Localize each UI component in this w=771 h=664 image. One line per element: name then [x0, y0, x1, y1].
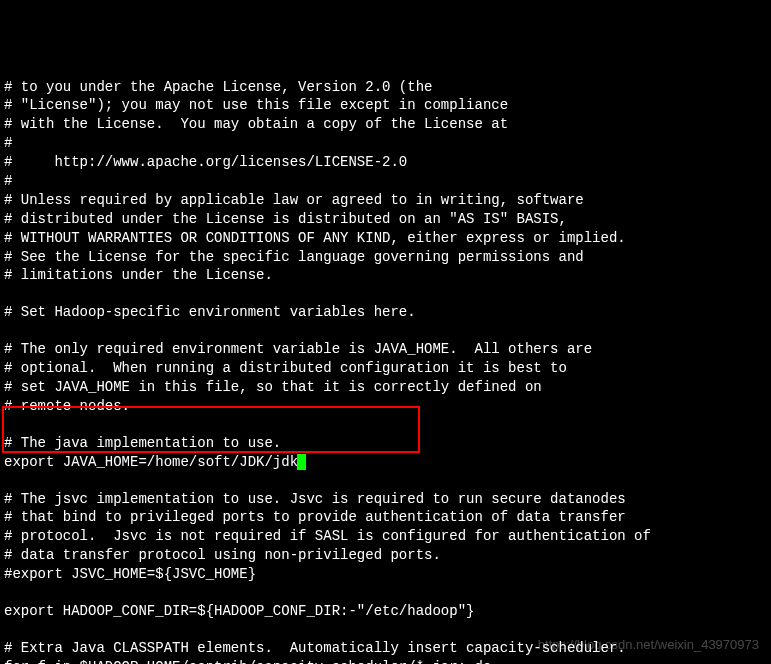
editor-line: # protocol. Jsvc is not required if SASL…: [4, 527, 767, 546]
editor-line: # Unless required by applicable law or a…: [4, 191, 767, 210]
editor-line: [4, 621, 767, 639]
editor-line: # distributed under the License is distr…: [4, 210, 767, 229]
editor-line: export HADOOP_CONF_DIR=${HADOOP_CONF_DIR…: [4, 602, 767, 621]
text-cursor: [297, 454, 306, 470]
editor-line: # The java implementation to use.: [4, 434, 767, 453]
editor-line: # Extra Java CLASSPATH elements. Automat…: [4, 639, 767, 658]
editor-line: [4, 285, 767, 303]
editor-line: for f in $HADOOP_HOME/contrib/capacity-s…: [4, 658, 767, 664]
editor-line: # The only required environment variable…: [4, 340, 767, 359]
editor-line: # optional. When running a distributed c…: [4, 359, 767, 378]
editor-line: # with the License. You may obtain a cop…: [4, 115, 767, 134]
editor-line: export JAVA_HOME=/home/soft/JDK/jdk: [4, 453, 767, 472]
editor-line: [4, 584, 767, 602]
editor-line: # set JAVA_HOME in this file, so that it…: [4, 378, 767, 397]
editor-line: # http://www.apache.org/licenses/LICENSE…: [4, 153, 767, 172]
editor-line: # limitations under the License.: [4, 266, 767, 285]
editor-line: #: [4, 134, 767, 153]
editor-line: # that bind to privileged ports to provi…: [4, 508, 767, 527]
editor-line: #: [4, 172, 767, 191]
editor-line: [4, 416, 767, 434]
editor-line: # data transfer protocol using non-privi…: [4, 546, 767, 565]
editor-line: # WITHOUT WARRANTIES OR CONDITIONS OF AN…: [4, 229, 767, 248]
editor-line: #export JSVC_HOME=${JSVC_HOME}: [4, 565, 767, 584]
editor-line: # Set Hadoop-specific environment variab…: [4, 303, 767, 322]
editor-line: # remote nodes.: [4, 397, 767, 416]
editor-line: [4, 472, 767, 490]
editor-line: [4, 322, 767, 340]
terminal-editor[interactable]: # to you under the Apache License, Versi…: [4, 78, 767, 664]
editor-line: # See the License for the specific langu…: [4, 248, 767, 267]
editor-line: # "License"); you may not use this file …: [4, 96, 767, 115]
editor-line: # The jsvc implementation to use. Jsvc i…: [4, 490, 767, 509]
editor-line: # to you under the Apache License, Versi…: [4, 78, 767, 97]
